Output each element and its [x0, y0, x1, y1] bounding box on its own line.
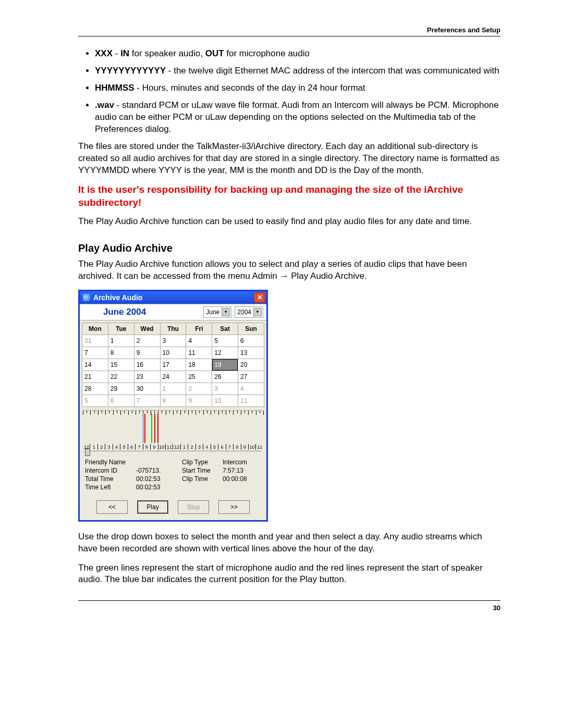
calendar-day[interactable]: 5: [82, 394, 108, 406]
calendar-day[interactable]: 16: [134, 359, 160, 371]
warning-text: It is the user's responsibility for back…: [78, 183, 500, 209]
header-rule: [78, 36, 500, 36]
hour-label: 12: [173, 444, 180, 450]
close-icon: ✕: [257, 294, 263, 301]
calendar-day[interactable]: 23: [134, 371, 160, 382]
hour-label: 1: [180, 444, 188, 450]
hour-label: 7: [135, 444, 142, 450]
calendar-day[interactable]: 10: [212, 394, 238, 406]
t: for microphone audio: [224, 48, 310, 58]
hour-label: 4: [113, 444, 120, 450]
hour-label: 11: [255, 444, 263, 450]
calendar-day[interactable]: 31: [82, 335, 108, 347]
para-storage: The files are stored under the TalkMaste…: [78, 141, 500, 177]
playback-slider[interactable]: [85, 451, 261, 455]
t: for speaker audio,: [129, 48, 205, 58]
window-title: Archive Audio: [93, 293, 142, 302]
hour-label: 10: [158, 444, 165, 450]
calendar-day[interactable]: 7: [134, 394, 160, 406]
b: YYYYYYYYYYYY: [95, 66, 166, 76]
calendar-day[interactable]: 30: [134, 382, 160, 394]
value-clip-type: Intercom: [223, 459, 259, 466]
close-button[interactable]: ✕: [254, 292, 265, 303]
calendar-day[interactable]: 5: [212, 335, 238, 347]
bullet-list: XXX - IN for speaker audio, OUT for micr…: [78, 48, 500, 135]
calendar-day[interactable]: 8: [108, 347, 134, 359]
b: .wav: [95, 100, 114, 110]
calendar-day[interactable]: 8: [160, 394, 186, 406]
calendar-day[interactable]: 17: [160, 359, 186, 371]
b: OUT: [205, 48, 224, 58]
b: XXX: [95, 48, 113, 58]
calendar-day[interactable]: 19: [212, 359, 238, 371]
info-grid: Friendly Name Clip Type Intercom Interco…: [85, 459, 261, 491]
label-intercom-id: Intercom ID: [85, 467, 132, 474]
calendar-day[interactable]: 24: [160, 371, 186, 382]
calendar-day[interactable]: 6: [238, 335, 264, 347]
prev-button[interactable]: <<: [96, 500, 128, 514]
calendar-day[interactable]: 25: [186, 371, 212, 382]
calendar-day[interactable]: 15: [108, 359, 134, 371]
green-mark: [151, 414, 152, 443]
play-button[interactable]: Play: [137, 500, 168, 514]
calendar-day[interactable]: 12: [212, 347, 238, 359]
month-select-value: June: [206, 309, 219, 316]
calendar-day[interactable]: 2: [134, 335, 160, 347]
calendar-day[interactable]: 2: [186, 382, 212, 394]
t: - Hours, minutes and seconds of the day …: [134, 83, 365, 93]
app-icon: [83, 294, 90, 301]
calendar-day[interactable]: 26: [212, 371, 238, 382]
calendar-day[interactable]: 10: [160, 347, 186, 359]
b: HHMMSS: [95, 83, 134, 93]
calendar-day[interactable]: 3: [160, 335, 186, 347]
calendar-day[interactable]: 21: [82, 371, 108, 382]
next-button[interactable]: >>: [218, 500, 250, 514]
year-select-value: 2004: [237, 309, 251, 316]
calendar-day[interactable]: 13: [238, 347, 264, 359]
calendar-day[interactable]: 6: [108, 394, 134, 406]
hour-labels: 121234567891011121234567891011: [83, 444, 263, 450]
bullet-item: XXX - IN for speaker audio, OUT for micr…: [95, 48, 500, 60]
para-colors: The green lines represent the start of m…: [78, 562, 500, 586]
calendar-day[interactable]: 11: [186, 347, 212, 359]
year-select[interactable]: 2004 ▼: [235, 306, 263, 318]
calendar-day[interactable]: 14: [82, 359, 108, 371]
bullet-item: HHMMSS - Hours, minutes and seconds of t…: [95, 82, 500, 94]
calendar-day[interactable]: 9: [186, 394, 212, 406]
bullet-item: YYYYYYYYYYYY - the twelve digit Ethernet…: [95, 65, 500, 77]
calendar-day[interactable]: 3: [212, 382, 238, 394]
hour-label: 8: [143, 444, 150, 450]
calendar-day[interactable]: 9: [134, 347, 160, 359]
hour-label: 2: [188, 444, 195, 450]
calendar-day[interactable]: 7: [82, 347, 108, 359]
month-select[interactable]: June ▼: [203, 306, 231, 318]
calendar-weekday: Sat: [212, 323, 238, 335]
calendar-day[interactable]: 1: [108, 335, 134, 347]
label-friendly-name: Friendly Name: [85, 459, 132, 466]
calendar-day[interactable]: 22: [108, 371, 134, 382]
calendar-day[interactable]: 18: [186, 359, 212, 371]
value-clip-time: 00:00:08: [223, 475, 259, 483]
calendar-day[interactable]: 4: [186, 335, 212, 347]
calendar-day[interactable]: 11: [238, 394, 264, 406]
bullet-item: .wav - standard PCM or uLaw wave file fo…: [95, 100, 500, 135]
calendar-day[interactable]: 4: [238, 382, 264, 394]
chevron-down-icon: ▼: [222, 308, 230, 316]
button-row: << Play Stop >>: [80, 495, 266, 520]
slider-thumb[interactable]: [85, 449, 90, 456]
hour-label: 6: [128, 444, 135, 450]
calendar-day[interactable]: 29: [108, 382, 134, 394]
calendar-weekday: Fri: [186, 323, 212, 335]
hour-label: 3: [195, 444, 203, 450]
value-start-time: 7:57:13: [223, 467, 259, 474]
hour-label: 9: [150, 444, 157, 450]
calendar-day[interactable]: 28: [82, 382, 108, 394]
calendar-day[interactable]: 1: [160, 382, 186, 394]
stop-button[interactable]: Stop: [178, 500, 209, 514]
calendar-day[interactable]: 20: [238, 359, 264, 371]
calendar-day[interactable]: 27: [238, 371, 264, 382]
footer-rule: [78, 600, 500, 601]
big-month-label: June 2004: [83, 307, 166, 317]
header-right: Preferences and Setup: [78, 26, 500, 36]
calendar: MonTueWedThuFriSatSun 311234567891011121…: [82, 323, 264, 407]
